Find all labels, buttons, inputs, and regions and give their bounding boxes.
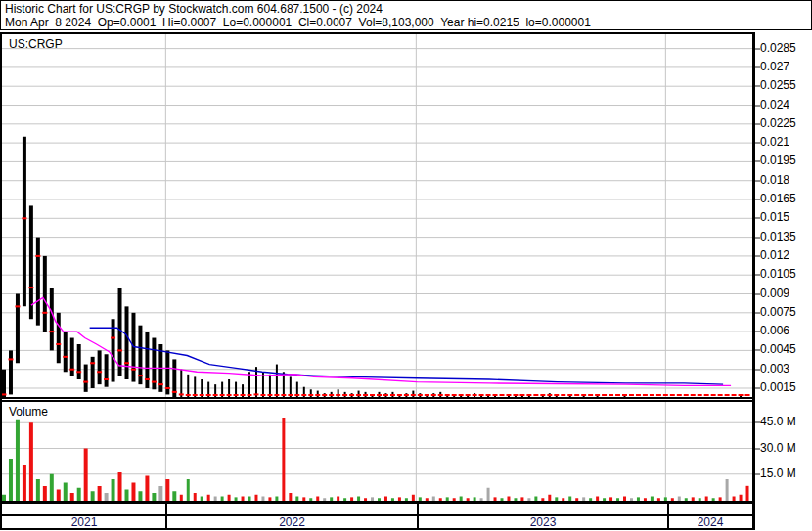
close-tick [172,391,177,393]
close-tick [479,394,484,396]
moving-average-slow-line [90,328,723,384]
close-tick [158,383,163,385]
volume-bar [16,420,20,501]
year-band-divider [417,504,419,514]
volume-bar [596,497,599,502]
close-tick [329,394,334,396]
close-tick [69,369,74,371]
volume-pane-label: Volume [9,405,48,419]
close-tick [200,394,204,396]
volume-bar [50,474,54,501]
close-tick [561,394,565,396]
close-tick [609,394,613,396]
volume-bar [589,498,592,501]
close-tick [336,394,340,396]
volume-bar [534,497,537,502]
chart-header: Historic Chart for US:CRGP by Stockwatch… [0,0,812,30]
symbol-label: US:CRGP [9,37,63,51]
close-tick [56,343,61,345]
price-axis-tick-label: 0.0255 [760,78,796,93]
volume-bar [364,498,367,501]
volume-bar [733,497,736,502]
close-tick [663,394,668,396]
volume-bar [705,497,708,502]
close-tick [554,394,559,396]
volume-axis-tick-label: 30.0 M [760,441,796,456]
price-axis-tick-label: 0.009 [760,287,789,301]
volume-bar [514,498,517,501]
volume-bar [268,497,271,501]
volume-bar [712,498,715,501]
axis-tick-mark [755,349,760,351]
close-tick [506,394,511,396]
volume-bar [562,498,564,501]
price-axis-tick-label: 0.024 [760,98,789,112]
volume-bar [582,497,585,501]
volume-bar [2,495,6,501]
volume-bar [405,498,408,501]
axis-tick-mark [755,48,760,50]
volume-bar [391,498,394,501]
volume-bar [302,497,305,501]
close-tick [526,394,531,396]
axis-tick-mark [755,142,760,144]
close-tick [533,394,538,396]
volume-bar [180,495,183,501]
close-tick [294,394,299,396]
quote-summary-line: Mon Apr 8 2024 Op=0.0001 Hi=0.0007 Lo=0.… [1,16,811,29]
volume-bar [719,497,722,501]
close-tick [684,394,689,396]
moving-average-fast-line [31,297,731,385]
close-tick [691,394,696,396]
volume-bar [446,497,449,501]
volume-bar [740,495,743,501]
volume-bar [70,493,74,501]
price-axis-tick-label: 0.0135 [760,230,796,244]
x-axis-year-band: 2021202220232024 [2,516,752,530]
close-tick [500,394,505,396]
volume-axis-tick-label: 45.0 M [760,415,796,429]
price-axis-tick-label: 0.006 [760,324,789,338]
volume-bar [726,479,729,501]
axis-tick-mark [755,66,760,68]
volume-bar [118,472,122,501]
volume-bar [623,497,626,502]
close-tick [670,394,675,396]
price-axis-tick-label: 0.0015 [760,380,796,395]
price-axis-tick-label: 0.012 [760,248,789,263]
volume-pane: Volume [2,402,752,501]
volume-bar [145,476,149,502]
close-tick [179,393,184,395]
close-tick [718,394,723,396]
volume-bar [337,497,339,502]
close-tick [288,394,293,396]
price-axis-tick-label: 0.0285 [760,41,796,56]
close-tick [643,394,648,396]
close-tick [425,394,429,396]
close-tick [698,394,702,396]
volume-bar [9,459,13,501]
volume-bar [678,497,681,502]
close-tick [152,381,157,383]
volume-bar [657,498,660,501]
close-tick [131,369,136,371]
volume-bar [501,498,504,501]
volume-bar [474,497,476,501]
close-tick [124,362,129,364]
close-tick [466,394,471,396]
close-tick [213,394,218,396]
close-tick [315,394,320,396]
close-tick [322,394,327,396]
close-tick [397,394,402,396]
volume-bar [235,497,238,501]
close-tick [704,394,709,396]
volume-bar [487,488,490,501]
volume-bar [520,497,523,501]
price-pane: US:CRGP [2,34,752,397]
close-tick [241,394,246,396]
price-axis-tick-label: 0.015 [760,210,789,225]
volume-bar [254,495,257,501]
close-tick [193,394,198,396]
close-tick [732,394,737,396]
axis-tick-mark [755,160,760,162]
